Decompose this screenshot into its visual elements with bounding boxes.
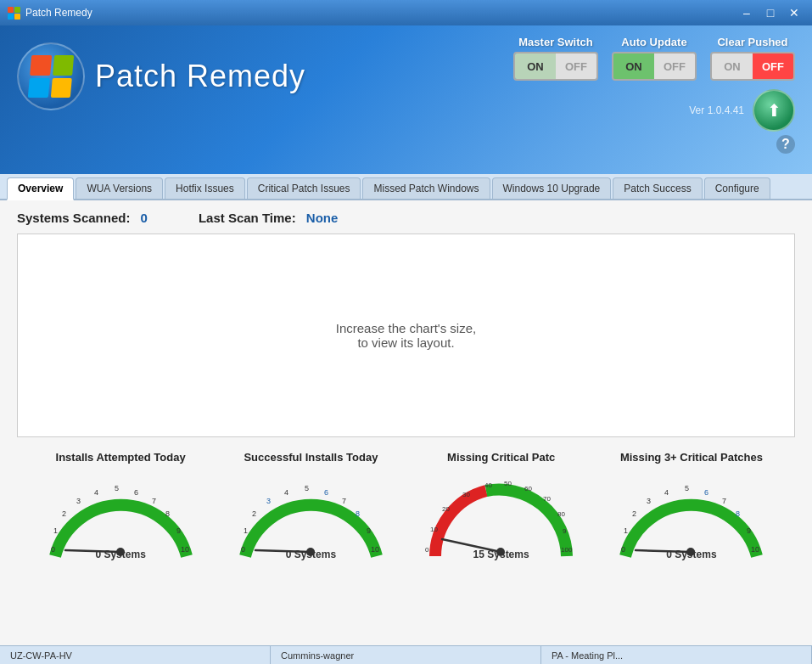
- help-button[interactable]: ⬆: [753, 89, 795, 132]
- gauge-missing-critical-wrapper: 0 10 20 30 40 50 60 70 80 9 100 15 Syste…: [418, 467, 584, 569]
- svg-text:9: 9: [747, 526, 751, 535]
- tab-configure[interactable]: Configure: [704, 177, 770, 199]
- svg-text:4: 4: [284, 488, 288, 497]
- svg-text:6: 6: [324, 488, 328, 497]
- svg-text:3: 3: [647, 497, 651, 505]
- svg-text:5: 5: [115, 484, 119, 492]
- clear-pushed-off[interactable]: OFF: [753, 53, 793, 79]
- systems-scanned-label: Systems Scanned:: [17, 211, 130, 225]
- systems-scanned: Systems Scanned: 0: [17, 211, 148, 225]
- svg-text:50: 50: [504, 480, 512, 487]
- app-logo: [17, 42, 85, 110]
- tab-windows10-upgrade[interactable]: Windows 10 Upgrade: [492, 177, 612, 199]
- app-header: Patch Remedy Master Switch ON OFF Auto U…: [0, 25, 812, 174]
- svg-text:2: 2: [62, 509, 66, 518]
- svg-text:7: 7: [722, 497, 726, 505]
- tab-hotfix-issues[interactable]: Hotfix Issues: [165, 177, 245, 199]
- gauge-installs-attempted-wrapper: 0 1 2 3 4 5 6 7 8 9 10 0 Systems: [38, 467, 204, 569]
- gauge-installs-attempted-label: 0 Systems: [38, 549, 204, 560]
- gauge-installs-attempted: Installs Attempted Today 0 1 2 3 4 5 6 7…: [30, 451, 212, 569]
- svg-text:80: 80: [557, 510, 565, 518]
- auto-update-off[interactable]: OFF: [654, 53, 695, 79]
- svg-text:3: 3: [76, 497, 81, 505]
- svg-text:8: 8: [356, 509, 360, 518]
- status-item-3: PA - Meating Pl...: [541, 646, 812, 664]
- svg-text:70: 70: [543, 495, 551, 503]
- master-switch-on[interactable]: ON: [515, 53, 556, 79]
- window-title: Patch Remedy: [25, 7, 92, 19]
- chart-area: Increase the chart's size, to view its l…: [17, 234, 795, 437]
- gauge-missing-3plus-wrapper: 0 1 2 3 4 5 6 7 8 9 10 0 Systems: [608, 467, 774, 569]
- auto-update-label: Auto Update: [621, 36, 686, 48]
- close-button[interactable]: ✕: [783, 4, 805, 21]
- auto-update-on[interactable]: ON: [613, 53, 654, 79]
- master-switch-control: Master Switch ON OFF: [513, 36, 598, 81]
- svg-text:6: 6: [134, 488, 138, 497]
- auto-update-toggle[interactable]: ON OFF: [612, 52, 697, 81]
- app-icon: [7, 6, 20, 20]
- gauge-missing-3plus: Missing 3+ Critical Patches 0 1 2 3 4 5 …: [600, 451, 782, 569]
- svg-rect-0: [8, 7, 14, 13]
- gauge-installs-attempted-title: Installs Attempted Today: [56, 451, 186, 464]
- status-item-2: Cummins-wagner: [271, 646, 541, 664]
- clear-pushed-control: Clear Pushed ON OFF: [710, 36, 795, 81]
- svg-text:30: 30: [462, 491, 470, 498]
- chart-message-line2: to view its layout.: [336, 335, 476, 350]
- last-scan-label: Last Scan Time:: [199, 211, 296, 225]
- tab-missed-patch-windows[interactable]: Missed Patch Windows: [362, 177, 490, 199]
- gauge-missing-3plus-label: 0 Systems: [608, 549, 774, 560]
- svg-text:2: 2: [252, 509, 256, 518]
- master-switch-off[interactable]: OFF: [556, 53, 596, 79]
- header-controls: Master Switch ON OFF Auto Update ON OFF …: [513, 36, 795, 154]
- svg-text:1: 1: [53, 526, 58, 535]
- master-switch-label: Master Switch: [518, 36, 592, 48]
- gauge-missing-critical: Missing Critical Patc 0 10 20 30 40 50 6…: [410, 451, 592, 569]
- svg-text:2: 2: [632, 509, 636, 518]
- gauge-missing-3plus-title: Missing 3+ Critical Patches: [620, 451, 763, 464]
- up-arrow-icon: ⬆: [767, 102, 781, 119]
- clear-pushed-toggle[interactable]: ON OFF: [710, 52, 795, 81]
- svg-rect-2: [8, 14, 14, 20]
- app-title: Patch Remedy: [95, 59, 305, 94]
- gauge-missing-critical-label: 15 Systems: [418, 549, 584, 560]
- svg-text:6: 6: [704, 488, 708, 497]
- title-bar: Patch Remedy – □ ✕: [0, 0, 812, 25]
- auto-update-control: Auto Update ON OFF: [612, 36, 697, 81]
- svg-text:4: 4: [94, 488, 98, 497]
- svg-text:4: 4: [664, 488, 669, 497]
- svg-text:10: 10: [430, 526, 438, 533]
- svg-text:8: 8: [736, 509, 740, 518]
- question-mark-icon[interactable]: ?: [776, 135, 795, 154]
- svg-text:8: 8: [165, 509, 170, 518]
- svg-text:1: 1: [624, 526, 628, 535]
- svg-text:20: 20: [442, 505, 450, 513]
- scan-info-row: Systems Scanned: 0 Last Scan Time: None: [17, 211, 795, 225]
- svg-text:5: 5: [685, 484, 689, 492]
- version-text: Ver 1.0.4.41: [689, 104, 744, 116]
- svg-text:9: 9: [176, 526, 181, 535]
- tab-overview[interactable]: Overview: [7, 177, 74, 200]
- gauges-row: Installs Attempted Today 0 1 2 3 4 5 6 7…: [17, 451, 795, 569]
- last-scan-value: None: [306, 211, 339, 225]
- tab-patch-success[interactable]: Patch Success: [613, 177, 702, 199]
- navigation-tabs: Overview WUA Versions Hotfix Issues Crit…: [0, 174, 812, 200]
- tab-critical-patch-issues[interactable]: Critical Patch Issues: [247, 177, 361, 199]
- svg-rect-3: [14, 14, 20, 20]
- status-item-1: UZ-CW-PA-HV: [0, 646, 271, 664]
- master-switch-toggle[interactable]: ON OFF: [513, 52, 598, 81]
- tab-wua-versions[interactable]: WUA Versions: [76, 177, 163, 199]
- gauge-successful-installs-wrapper: 0 1 2 3 4 5 6 7 8 9 10 0 Systems: [228, 467, 394, 569]
- clear-pushed-on[interactable]: ON: [712, 53, 753, 79]
- svg-text:60: 60: [524, 485, 532, 492]
- gauge-successful-installs-title: Successful Installs Today: [244, 451, 378, 464]
- gauge-successful-installs-label: 0 Systems: [228, 549, 394, 560]
- svg-text:40: 40: [484, 481, 492, 489]
- minimize-button[interactable]: –: [736, 4, 758, 21]
- toggle-group: Master Switch ON OFF Auto Update ON OFF …: [513, 36, 795, 81]
- maximize-button[interactable]: □: [759, 4, 781, 21]
- svg-text:1: 1: [244, 526, 248, 535]
- status-bar: UZ-CW-PA-HV Cummins-wagner PA - Meating …: [0, 645, 812, 664]
- svg-text:7: 7: [152, 497, 156, 505]
- svg-text:5: 5: [305, 484, 309, 492]
- systems-scanned-value: 0: [141, 211, 148, 225]
